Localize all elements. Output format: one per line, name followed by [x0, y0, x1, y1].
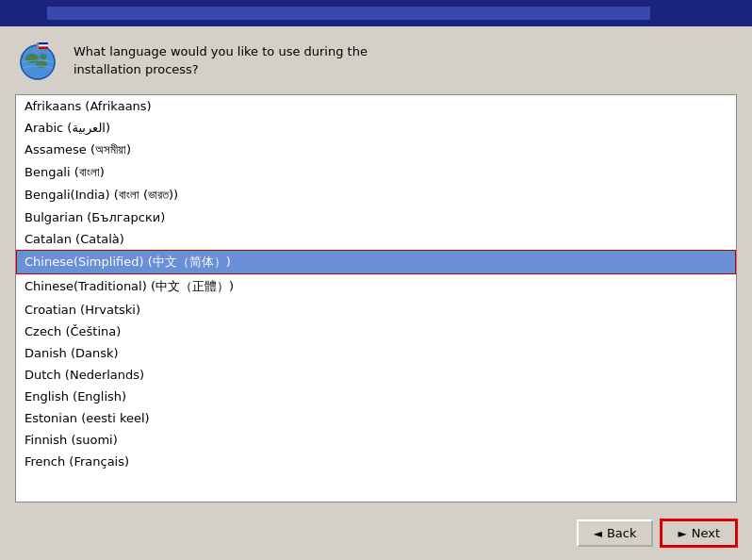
next-button[interactable]: ► Next	[661, 519, 737, 547]
header-text: What language would you like to use duri…	[74, 42, 368, 79]
list-item[interactable]: Bulgarian (Български)	[16, 206, 736, 228]
svg-rect-8	[39, 42, 48, 44]
list-item[interactable]: Chinese(Traditional) (中文（正體）)	[16, 274, 736, 299]
progress-bar	[47, 7, 650, 20]
svg-rect-6	[37, 42, 39, 52]
main-content: Afrikaans (Afrikaans)Arabic (العربية)Ass…	[0, 94, 752, 510]
svg-point-2	[25, 54, 39, 63]
next-icon: ►	[678, 527, 686, 540]
back-icon: ◄	[594, 527, 602, 540]
list-item[interactable]: Catalan (Català)	[16, 228, 736, 250]
next-label: Next	[692, 526, 720, 540]
list-item[interactable]: Chinese(Simplified) (中文（简体）)	[16, 250, 736, 274]
list-item[interactable]: French (Français)	[16, 451, 736, 472]
svg-rect-10	[39, 47, 48, 49]
list-item[interactable]: Croatian (Hrvatski)	[16, 299, 736, 321]
globe-icon	[15, 38, 60, 83]
list-item[interactable]: Afrikaans (Afrikaans)	[16, 95, 736, 117]
back-button[interactable]: ◄ Back	[577, 519, 654, 547]
svg-rect-9	[39, 44, 48, 46]
header-section: What language would you like to use duri…	[0, 26, 752, 94]
language-list-container: Afrikaans (Afrikaans)Arabic (العربية)Ass…	[15, 94, 737, 502]
list-item[interactable]: Dutch (Nederlands)	[16, 364, 736, 386]
list-item[interactable]: Czech (Čeština)	[16, 321, 736, 342]
list-item[interactable]: Danish (Dansk)	[16, 342, 736, 364]
footer-section: ◄ Back ► Next	[0, 510, 752, 560]
language-list[interactable]: Afrikaans (Afrikaans)Arabic (العربية)Ass…	[16, 95, 736, 502]
list-item[interactable]: Arabic (العربية)	[16, 117, 736, 139]
svg-point-4	[40, 54, 47, 59]
list-item[interactable]: Assamese (অসমীয়া)	[16, 139, 736, 161]
top-banner	[0, 0, 752, 26]
list-item[interactable]: English (English)	[16, 386, 736, 407]
list-item[interactable]: Estonian (eesti keel)	[16, 407, 736, 429]
back-label: Back	[607, 526, 637, 540]
list-item[interactable]: Finnish (suomi)	[16, 429, 736, 451]
list-item[interactable]: Bengali(India) (বাংলা (ভারত))	[16, 184, 736, 206]
list-item[interactable]: Bengali (বাংলা)	[16, 161, 736, 184]
